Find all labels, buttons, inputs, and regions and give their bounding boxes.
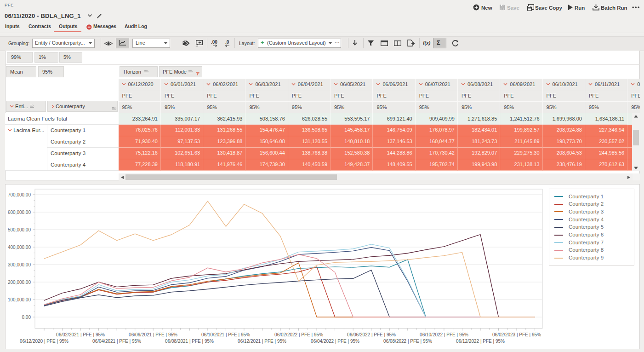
svg-text:06/02/2022 | PFE | 95%: 06/02/2022 | PFE | 95% — [274, 332, 323, 337]
svg-text:06/10/2022 | PFE | 95%: 06/10/2022 | PFE | 95% — [420, 332, 468, 337]
svg-text:300,000.00: 300,000.00 — [8, 262, 31, 267]
svg-text:06/04/2021 | PFE | 95%: 06/04/2021 | PFE | 95% — [92, 339, 141, 344]
svg-text:400,000.00: 400,000.00 — [8, 245, 31, 250]
svg-text:200,000.00: 200,000.00 — [8, 280, 31, 285]
svg-text:700,000.00: 700,000.00 — [8, 192, 31, 197]
svg-text:06/12/2020 | PFE | 95%: 06/12/2020 | PFE | 95% — [20, 339, 68, 344]
svg-text:06/06/2022 | PFE | 95%: 06/06/2022 | PFE | 95% — [347, 332, 396, 337]
svg-text:06/12/2022 | PFE | 95%: 06/12/2022 | PFE | 95% — [456, 339, 505, 344]
svg-text:06/08/2021 | PFE | 95%: 06/08/2021 | PFE | 95% — [165, 339, 214, 344]
svg-text:500,000.00: 500,000.00 — [8, 227, 31, 232]
svg-text:600,000.00: 600,000.00 — [8, 210, 31, 215]
svg-text:06/02/2023 | PFE | 95%: 06/02/2023 | PFE | 95% — [492, 332, 541, 337]
svg-text:0.00: 0.00 — [22, 315, 31, 320]
svg-text:06/10/2021 | PFE | 95%: 06/10/2021 | PFE | 95% — [201, 332, 250, 337]
svg-text:06/06/2021 | PFE | 95%: 06/06/2021 | PFE | 95% — [129, 332, 177, 337]
svg-text:06/08/2022 | PFE | 95%: 06/08/2022 | PFE | 95% — [383, 339, 432, 344]
svg-text:06/02/2021 | PFE | 95%: 06/02/2021 | PFE | 95% — [56, 332, 105, 337]
svg-text:100,000.00: 100,000.00 — [8, 297, 31, 302]
svg-text:06/12/2021 | PFE | 95%: 06/12/2021 | PFE | 95% — [238, 339, 286, 344]
svg-text:06/04/2022 | PFE | 95%: 06/04/2022 | PFE | 95% — [311, 339, 359, 344]
